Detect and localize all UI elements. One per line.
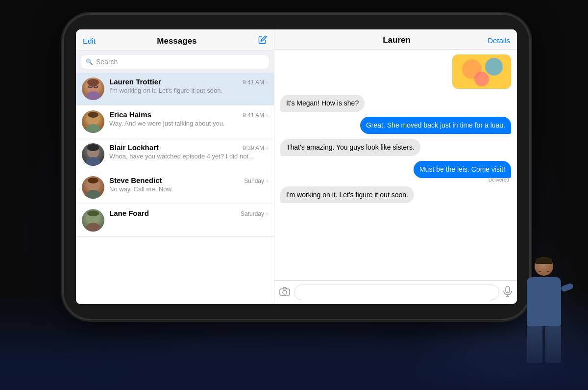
bubble-m3: That's amazing. You guys look like siste…: [280, 139, 420, 156]
conv-name-blair: Blair Lockhart: [109, 143, 159, 152]
bubble-m1: It's Megan! How is she?: [280, 95, 365, 112]
conv-top-lane: Lane Foard Saturday ›: [109, 209, 268, 217]
details-button[interactable]: Details: [488, 36, 510, 45]
stage-floor: [0, 331, 588, 390]
svg-point-13: [88, 178, 98, 183]
camera-button[interactable]: [279, 287, 290, 298]
conv-preview-blair: Whoa, have you watched episode 4 yet? I …: [109, 153, 268, 161]
message-row-m3: That's amazing. You guys look like siste…: [280, 139, 511, 156]
bubble-m5: I'm working on it. Let's figure it out s…: [280, 186, 414, 204]
conv-preview-steve: No way. Call me. Now.: [109, 185, 268, 194]
chat-messages: It's Megan! How is she? Great. She moved…: [274, 50, 517, 280]
bubble-m2: Great. She moved back just in time for a…: [360, 117, 511, 134]
svg-point-23: [283, 290, 287, 294]
conv-info-erica: Erica Haims 9:41 AM › Way. And we were j…: [109, 110, 268, 128]
conv-name-steve: Steve Benedict: [109, 176, 162, 184]
microphone-button[interactable]: [503, 286, 512, 299]
conv-top-lauren: Lauren Trottier 9:41 AM ›: [109, 78, 268, 86]
conv-chevron-steve: ›: [266, 178, 268, 184]
presenter-head: [535, 257, 553, 276]
svg-point-17: [86, 223, 100, 232]
search-input[interactable]: 🔍 Search: [81, 55, 269, 69]
svg-point-8: [86, 124, 100, 133]
iphone-screen: Edit Messages 🔍 Search: [76, 29, 517, 304]
conv-name-lane: Lane Foard: [109, 209, 149, 217]
conv-info-blair: Blair Lockhart 9:39 AM › Whoa, have you …: [109, 143, 268, 161]
svg-rect-24: [506, 286, 510, 293]
avatar-lauren: [82, 78, 104, 100]
svg-point-1: [87, 79, 99, 86]
message-group-m4: Must be the leis. Come visit! Delivered: [280, 161, 511, 182]
conv-name-erica: Erica Haims: [109, 110, 151, 119]
messages-title: Messages: [96, 36, 258, 46]
conv-chevron-lauren: ›: [266, 79, 268, 86]
message-text-input[interactable]: [294, 285, 499, 300]
conv-time-lane: Saturday: [241, 210, 264, 217]
conv-time-steve: Sunday: [244, 178, 264, 184]
bubble-m4: Must be the leis. Come visit!: [414, 161, 511, 178]
avatar-lane: [82, 209, 104, 232]
conv-name-lauren: Lauren Trottier: [109, 78, 161, 86]
compose-icon[interactable]: [258, 35, 267, 47]
presenter-torso: [527, 277, 561, 326]
photo-attachment: [452, 54, 511, 89]
iphone-device: Edit Messages 🔍 Search: [64, 15, 529, 319]
messages-header: Edit Messages: [76, 29, 274, 51]
delivered-label: Delivered: [280, 177, 509, 182]
messages-panel: Edit Messages 🔍 Search: [76, 29, 274, 304]
chat-panel: Lauren Details: [274, 29, 517, 304]
svg-point-14: [86, 190, 100, 199]
conversation-item-erica[interactable]: Erica Haims 9:41 AM › Way. And we were j…: [76, 105, 274, 138]
conversation-item-lauren[interactable]: Lauren Trottier 9:41 AM › I'm working on…: [76, 73, 274, 105]
svg-point-20: [485, 58, 503, 76]
conv-time-lauren: 9:41 AM: [243, 79, 264, 86]
message-row-m4: Must be the leis. Come visit!: [280, 161, 511, 178]
conv-preview-lauren: I'm working on it. Let's figure it out s…: [109, 87, 268, 95]
message-row-m5: I'm working on it. Let's figure it out s…: [280, 186, 511, 204]
conv-info-steve: Steve Benedict Sunday › No way. Call me.…: [109, 176, 268, 194]
avatar-erica: [82, 110, 104, 133]
search-icon: 🔍: [86, 58, 93, 65]
conv-time-blair: 9:39 AM: [243, 145, 264, 152]
chat-header: Lauren Details: [274, 29, 517, 50]
edit-button[interactable]: Edit: [83, 37, 96, 45]
search-placeholder: Search: [96, 58, 118, 66]
conv-top-steve: Steve Benedict Sunday ›: [109, 176, 268, 184]
conv-info-lauren: Lauren Trottier 9:41 AM › I'm working on…: [109, 78, 268, 95]
message-row-m1: It's Megan! How is she?: [280, 95, 511, 112]
conv-info-lane: Lane Foard Saturday ›: [109, 209, 268, 218]
conv-chevron-lane: ›: [266, 210, 268, 217]
search-bar: 🔍 Search: [76, 51, 274, 73]
conv-top-erica: Erica Haims 9:41 AM ›: [109, 110, 268, 119]
conversation-item-blair[interactable]: Blair Lockhart 9:39 AM › Whoa, have you …: [76, 138, 274, 171]
conversation-item-steve[interactable]: Steve Benedict Sunday › No way. Call me.…: [76, 171, 274, 204]
chat-input-bar: [274, 280, 517, 304]
svg-point-10: [87, 144, 99, 151]
svg-point-21: [474, 72, 489, 86]
conversation-item-lane[interactable]: Lane Foard Saturday ›: [76, 204, 274, 237]
conversation-list: Lauren Trottier 9:41 AM › I'm working on…: [76, 73, 274, 304]
avatar-blair: [82, 143, 104, 166]
photo-row: [280, 54, 511, 91]
chat-title: Lauren: [383, 35, 411, 45]
conv-top-blair: Blair Lockhart 9:39 AM ›: [109, 143, 268, 152]
conv-preview-erica: Way. And we were just talking about you.: [109, 120, 268, 128]
svg-point-5: [86, 91, 100, 100]
conv-time-erica: 9:41 AM: [243, 112, 264, 119]
conv-chevron-blair: ›: [266, 145, 268, 152]
message-row-m2: Great. She moved back just in time for a…: [280, 117, 511, 134]
svg-point-7: [88, 112, 98, 118]
svg-point-11: [86, 157, 100, 166]
conv-chevron-erica: ›: [266, 112, 268, 119]
avatar-steve: [82, 176, 104, 199]
svg-point-16: [87, 210, 99, 216]
